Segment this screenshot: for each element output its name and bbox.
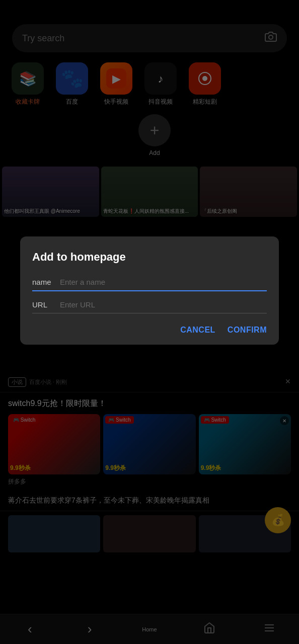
- dialog-title: Add to homepage: [32, 251, 267, 264]
- url-input[interactable]: [60, 300, 267, 309]
- name-label: name: [32, 278, 60, 286]
- url-label: URL: [32, 300, 60, 309]
- name-input[interactable]: [60, 278, 267, 286]
- confirm-button[interactable]: CONFIRM: [228, 326, 267, 335]
- url-field-row: URL: [32, 300, 267, 313]
- cancel-button[interactable]: CANCEL: [180, 326, 215, 335]
- name-field-row: name: [32, 278, 267, 291]
- dialog-actions: CANCEL CONFIRM: [32, 326, 267, 335]
- add-to-homepage-dialog: Add to homepage name URL CANCEL CONFIRM: [20, 236, 279, 345]
